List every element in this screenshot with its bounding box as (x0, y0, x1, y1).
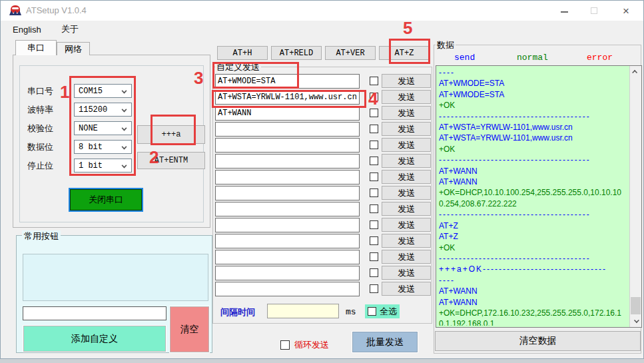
serial-setting-dropdown[interactable]: NONE (74, 121, 132, 135)
close-icon: × (623, 5, 629, 17)
command-input[interactable] (215, 74, 360, 89)
send-button[interactable]: 发送 (382, 186, 431, 200)
command-input[interactable] (215, 202, 360, 216)
row-checkbox[interactable] (370, 252, 378, 261)
send-button[interactable]: 发送 (382, 122, 431, 136)
quick-at-button[interactable]: AT+RELD (271, 46, 322, 60)
command-input[interactable] (215, 138, 360, 153)
interval-input[interactable] (267, 304, 339, 318)
row-checkbox[interactable] (370, 173, 378, 181)
send-button[interactable]: 发送 (382, 170, 431, 184)
quick-at-button[interactable]: AT+H (217, 46, 268, 60)
log-line: AT+WSTA=YRWLW-1101,www.usr.cn (439, 133, 627, 143)
command-input[interactable] (215, 250, 360, 264)
window-title: ATSetup V1.0.4 (26, 5, 87, 15)
log-scrollbar[interactable] (629, 66, 641, 327)
send-button[interactable]: 发送 (382, 202, 431, 216)
interval-label: 间隔时间 (220, 306, 255, 318)
send-row: 发送 (215, 138, 431, 153)
command-input[interactable] (215, 106, 360, 121)
row-checkbox[interactable] (370, 220, 378, 229)
command-input[interactable] (215, 122, 360, 137)
row-checkbox[interactable] (370, 236, 378, 245)
command-input[interactable] (215, 234, 360, 248)
close-serial-button[interactable]: 关闭串口 (70, 189, 142, 210)
at-entm-button[interactable]: AT+ENTM (137, 152, 205, 169)
add-custom-button[interactable]: 添加自定义 (23, 326, 166, 352)
maximize-button[interactable] (579, 1, 609, 21)
minimize-icon (561, 11, 568, 13)
send-button[interactable]: 发送 (382, 266, 431, 280)
chevron-down-icon (122, 89, 127, 94)
command-input[interactable] (215, 90, 360, 105)
send-row: 发送 (215, 282, 431, 296)
row-checkbox[interactable] (370, 77, 378, 85)
row-checkbox[interactable] (370, 157, 378, 165)
log-line: AT+Z (439, 231, 627, 242)
quick-at-button[interactable]: AT+VER (325, 46, 376, 60)
command-input[interactable] (215, 170, 360, 184)
send-button[interactable]: 发送 (382, 74, 431, 88)
minimize-button[interactable] (549, 1, 579, 21)
send-button[interactable]: 发送 (382, 282, 431, 296)
row-checkbox[interactable] (370, 268, 378, 277)
menu-item[interactable]: 关于 (61, 23, 79, 35)
row-checkbox[interactable] (370, 188, 378, 197)
log-line: ---- (439, 275, 627, 286)
row-checkbox[interactable] (370, 141, 378, 149)
serial-setting-dropdown[interactable]: 115200 (74, 103, 132, 117)
send-button[interactable]: 发送 (382, 250, 431, 264)
common-buttons-list[interactable] (23, 254, 208, 301)
app-window: ATSetup V1.0.4 × English关于 串口网络 串口号 COM1… (0, 0, 644, 359)
send-button[interactable]: 发送 (382, 154, 431, 168)
send-button[interactable]: 发送 (382, 106, 431, 120)
log-line: +++a+OK------------------------------- (439, 264, 627, 274)
row-checkbox[interactable] (370, 93, 378, 101)
close-button[interactable]: × (611, 1, 641, 21)
log-line: +OK (439, 100, 627, 111)
clear-list-button[interactable]: 清空 (170, 306, 209, 352)
send-row: 发送 (215, 74, 431, 89)
plus-a-button[interactable]: +++a (137, 125, 205, 144)
serial-setting-label: 串口号 (27, 85, 74, 97)
log-line: AT+WMODE=STA (439, 78, 627, 89)
legend-item: send (454, 53, 475, 63)
batch-send-button[interactable]: 批量发送 (352, 332, 418, 352)
menu-bar: English关于 (1, 21, 643, 38)
scrollbar-thumb[interactable] (631, 297, 641, 314)
serial-setting-label: 波特率 (27, 104, 74, 116)
quick-at-button[interactable]: AT+Z (379, 46, 430, 60)
custom-name-input[interactable] (23, 306, 166, 320)
row-checkbox[interactable] (370, 284, 378, 293)
select-all-block: 全选 (365, 304, 400, 318)
chevron-down-icon (122, 145, 127, 150)
serial-setting-dropdown[interactable]: 1 bit (74, 159, 132, 173)
row-checkbox[interactable] (370, 204, 378, 213)
tab[interactable]: 串口 (15, 40, 57, 55)
command-input[interactable] (215, 282, 360, 296)
scroll-down-icon[interactable] (630, 316, 641, 327)
command-input[interactable] (215, 154, 360, 169)
serial-setting-label: 停止位 (27, 160, 74, 172)
scroll-up-icon[interactable] (630, 66, 641, 77)
tab[interactable]: 网络 (57, 42, 90, 55)
tab-strip: 串口网络 (15, 40, 90, 55)
clear-data-button[interactable]: 清空数据 (435, 331, 641, 351)
loop-send-checkbox[interactable] (280, 340, 290, 350)
send-button[interactable]: 发送 (382, 218, 431, 232)
serial-setting-dropdown[interactable]: 8 bit (74, 140, 132, 154)
menu-item[interactable]: English (13, 25, 41, 35)
row-checkbox[interactable] (370, 109, 378, 117)
dropdown-value: COM15 (79, 87, 103, 96)
send-button[interactable]: 发送 (382, 90, 431, 104)
command-input[interactable] (215, 218, 360, 232)
send-button[interactable]: 发送 (382, 138, 431, 152)
select-all-checkbox[interactable] (368, 307, 376, 316)
common-buttons-label: 常用按钮 (22, 230, 61, 242)
quick-at-buttons: AT+HAT+RELDAT+VERAT+Z (217, 46, 430, 60)
send-button[interactable]: 发送 (382, 234, 431, 248)
command-input[interactable] (215, 266, 360, 280)
command-input[interactable] (215, 186, 360, 200)
serial-setting-dropdown[interactable]: COM15 (74, 84, 132, 98)
row-checkbox[interactable] (370, 125, 378, 133)
